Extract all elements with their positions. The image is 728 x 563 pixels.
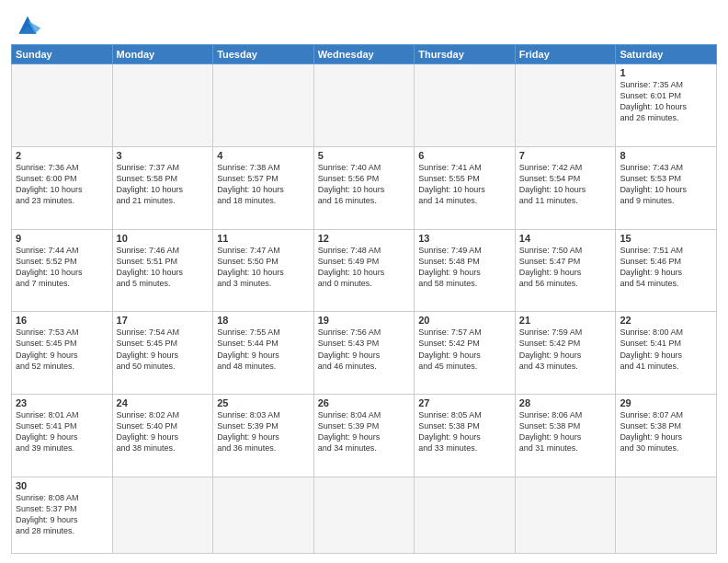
calendar-table: Sunday Monday Tuesday Wednesday Thursday…	[11, 44, 717, 554]
day-number: 17	[117, 315, 210, 326]
day-info: Sunrise: 7:51 AM Sunset: 5:46 PM Dayligh…	[620, 245, 712, 290]
calendar-cell: 4Sunrise: 7:38 AM Sunset: 5:57 PM Daylig…	[213, 146, 314, 229]
col-tuesday: Tuesday	[213, 45, 314, 64]
day-info: Sunrise: 7:47 AM Sunset: 5:50 PM Dayligh…	[217, 245, 310, 290]
day-number: 10	[117, 233, 210, 244]
calendar-cell: 6Sunrise: 7:41 AM Sunset: 5:55 PM Daylig…	[415, 146, 516, 229]
calendar-cell: 29Sunrise: 8:07 AM Sunset: 5:38 PM Dayli…	[616, 395, 717, 477]
calendar-cell: 10Sunrise: 7:46 AM Sunset: 5:51 PM Dayli…	[112, 229, 213, 312]
calendar-cell: 7Sunrise: 7:42 AM Sunset: 5:54 PM Daylig…	[515, 146, 616, 229]
day-number: 27	[418, 397, 511, 408]
day-info: Sunrise: 7:42 AM Sunset: 5:54 PM Dayligh…	[519, 162, 612, 207]
day-number: 4	[217, 150, 310, 161]
day-number: 12	[318, 233, 411, 244]
day-info: Sunrise: 7:53 AM Sunset: 5:45 PM Dayligh…	[16, 327, 108, 372]
day-info: Sunrise: 7:49 AM Sunset: 5:48 PM Dayligh…	[418, 245, 511, 290]
calendar-cell: 22Sunrise: 8:00 AM Sunset: 5:41 PM Dayli…	[616, 312, 717, 395]
day-info: Sunrise: 8:02 AM Sunset: 5:40 PM Dayligh…	[117, 409, 210, 454]
day-number: 1	[620, 67, 712, 78]
day-number: 14	[519, 233, 612, 244]
col-saturday: Saturday	[616, 45, 717, 64]
day-info: Sunrise: 7:57 AM Sunset: 5:42 PM Dayligh…	[418, 327, 511, 372]
calendar-cell	[213, 477, 314, 553]
day-number: 18	[217, 315, 310, 326]
day-info: Sunrise: 7:48 AM Sunset: 5:49 PM Dayligh…	[318, 245, 411, 290]
day-info: Sunrise: 8:06 AM Sunset: 5:38 PM Dayligh…	[519, 409, 612, 454]
day-number: 6	[418, 150, 511, 161]
calendar-cell	[313, 64, 415, 147]
calendar-cell	[213, 64, 314, 147]
day-info: Sunrise: 8:07 AM Sunset: 5:38 PM Dayligh…	[620, 409, 712, 454]
calendar-cell: 19Sunrise: 7:56 AM Sunset: 5:43 PM Dayli…	[313, 312, 415, 395]
day-number: 23	[16, 397, 108, 408]
calendar-cell: 15Sunrise: 7:51 AM Sunset: 5:46 PM Dayli…	[616, 229, 717, 312]
col-thursday: Thursday	[415, 45, 516, 64]
day-number: 21	[519, 315, 612, 326]
calendar-cell: 11Sunrise: 7:47 AM Sunset: 5:50 PM Dayli…	[213, 229, 314, 312]
calendar-cell: 27Sunrise: 8:05 AM Sunset: 5:38 PM Dayli…	[415, 395, 516, 477]
calendar-header-row: Sunday Monday Tuesday Wednesday Thursday…	[12, 45, 717, 64]
day-info: Sunrise: 7:59 AM Sunset: 5:42 PM Dayligh…	[519, 327, 612, 372]
calendar-cell: 25Sunrise: 8:03 AM Sunset: 5:39 PM Dayli…	[213, 395, 314, 477]
calendar-cell: 3Sunrise: 7:37 AM Sunset: 5:58 PM Daylig…	[112, 146, 213, 229]
day-info: Sunrise: 7:43 AM Sunset: 5:53 PM Dayligh…	[620, 162, 712, 207]
col-sunday: Sunday	[12, 45, 113, 64]
calendar-cell: 20Sunrise: 7:57 AM Sunset: 5:42 PM Dayli…	[415, 312, 516, 395]
day-number: 7	[519, 150, 612, 161]
calendar-cell	[12, 64, 113, 147]
calendar-cell: 30Sunrise: 8:08 AM Sunset: 5:37 PM Dayli…	[12, 477, 113, 553]
calendar-cell: 14Sunrise: 7:50 AM Sunset: 5:47 PM Dayli…	[515, 229, 616, 312]
calendar-cell: 28Sunrise: 8:06 AM Sunset: 5:38 PM Dayli…	[515, 395, 616, 477]
day-info: Sunrise: 8:00 AM Sunset: 5:41 PM Dayligh…	[620, 327, 712, 372]
day-number: 26	[318, 397, 411, 408]
day-info: Sunrise: 8:08 AM Sunset: 5:37 PM Dayligh…	[16, 492, 108, 537]
day-number: 20	[418, 315, 511, 326]
day-number: 15	[620, 233, 712, 244]
day-number: 28	[519, 397, 612, 408]
col-monday: Monday	[112, 45, 213, 64]
calendar-cell: 8Sunrise: 7:43 AM Sunset: 5:53 PM Daylig…	[616, 146, 717, 229]
calendar-cell: 1Sunrise: 7:35 AM Sunset: 6:01 PM Daylig…	[616, 64, 717, 147]
header	[11, 9, 717, 39]
day-number: 22	[620, 315, 712, 326]
calendar-cell	[112, 477, 213, 553]
calendar-cell	[112, 64, 213, 147]
day-number: 25	[217, 397, 310, 408]
day-number: 2	[16, 150, 108, 161]
day-info: Sunrise: 7:55 AM Sunset: 5:44 PM Dayligh…	[217, 327, 310, 372]
calendar-cell: 23Sunrise: 8:01 AM Sunset: 5:41 PM Dayli…	[12, 395, 113, 477]
day-number: 8	[620, 150, 712, 161]
calendar-cell: 21Sunrise: 7:59 AM Sunset: 5:42 PM Dayli…	[515, 312, 616, 395]
calendar-cell: 16Sunrise: 7:53 AM Sunset: 5:45 PM Dayli…	[12, 312, 113, 395]
day-info: Sunrise: 7:56 AM Sunset: 5:43 PM Dayligh…	[318, 327, 411, 372]
calendar-cell: 17Sunrise: 7:54 AM Sunset: 5:45 PM Dayli…	[112, 312, 213, 395]
day-number: 11	[217, 233, 310, 244]
day-info: Sunrise: 8:01 AM Sunset: 5:41 PM Dayligh…	[16, 409, 108, 454]
calendar-cell: 5Sunrise: 7:40 AM Sunset: 5:56 PM Daylig…	[313, 146, 415, 229]
day-number: 24	[117, 397, 210, 408]
day-number: 29	[620, 397, 712, 408]
calendar-cell: 18Sunrise: 7:55 AM Sunset: 5:44 PM Dayli…	[213, 312, 314, 395]
day-number: 13	[418, 233, 511, 244]
day-number: 9	[16, 233, 108, 244]
day-info: Sunrise: 7:38 AM Sunset: 5:57 PM Dayligh…	[217, 162, 310, 207]
calendar-cell: 13Sunrise: 7:49 AM Sunset: 5:48 PM Dayli…	[415, 229, 516, 312]
day-info: Sunrise: 8:03 AM Sunset: 5:39 PM Dayligh…	[217, 409, 310, 454]
calendar-cell: 26Sunrise: 8:04 AM Sunset: 5:39 PM Dayli…	[313, 395, 415, 477]
day-info: Sunrise: 8:05 AM Sunset: 5:38 PM Dayligh…	[418, 409, 511, 454]
calendar-cell	[313, 477, 415, 553]
calendar-cell	[415, 64, 516, 147]
day-info: Sunrise: 7:44 AM Sunset: 5:52 PM Dayligh…	[16, 245, 108, 290]
day-number: 3	[117, 150, 210, 161]
day-info: Sunrise: 7:37 AM Sunset: 5:58 PM Dayligh…	[117, 162, 210, 207]
col-friday: Friday	[515, 45, 616, 64]
day-info: Sunrise: 7:41 AM Sunset: 5:55 PM Dayligh…	[418, 162, 511, 207]
calendar-cell: 12Sunrise: 7:48 AM Sunset: 5:49 PM Dayli…	[313, 229, 415, 312]
day-info: Sunrise: 7:54 AM Sunset: 5:45 PM Dayligh…	[117, 327, 210, 372]
col-wednesday: Wednesday	[313, 45, 415, 64]
day-number: 19	[318, 315, 411, 326]
calendar-cell	[515, 64, 616, 147]
logo-icon	[13, 13, 42, 39]
day-number: 5	[318, 150, 411, 161]
page: Sunday Monday Tuesday Wednesday Thursday…	[0, 0, 728, 563]
